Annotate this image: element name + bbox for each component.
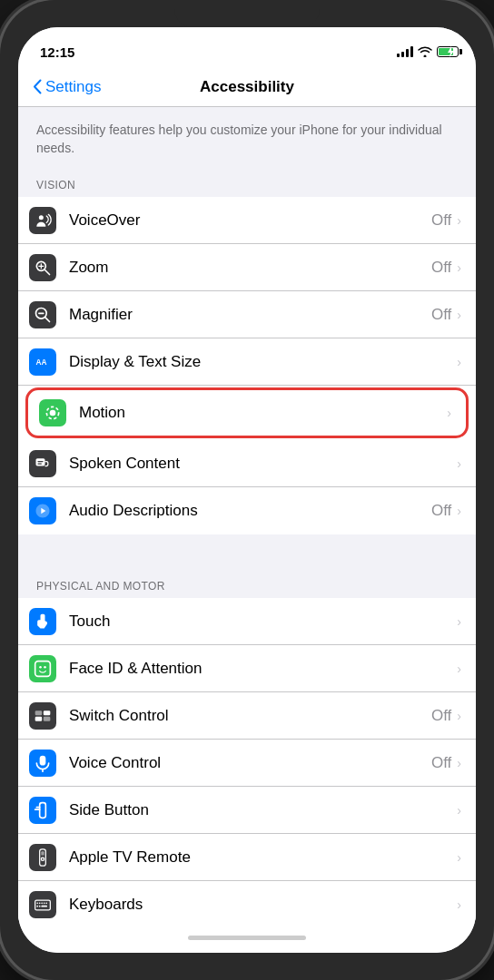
settings-item-touch[interactable]: Touch ›: [18, 598, 476, 645]
display-chevron: ›: [457, 355, 461, 369]
zoom-chevron: ›: [457, 260, 461, 275]
magnifier-value: Off: [431, 306, 451, 324]
settings-item-switch[interactable]: Switch Control Off ›: [18, 692, 476, 740]
svg-line-6: [45, 318, 50, 322]
keyboards-icon: [29, 891, 56, 918]
status-icons: [397, 46, 454, 57]
faceid-label: Face ID & Attention: [69, 660, 455, 678]
appletv-label: Apple TV Remote: [69, 848, 455, 867]
faceid-chevron: ›: [457, 662, 461, 676]
svg-line-2: [45, 270, 50, 274]
svg-text:AA: AA: [36, 358, 47, 367]
settings-item-magnifier[interactable]: Magnifier Off ›: [18, 291, 476, 338]
home-bar: [188, 936, 306, 940]
svg-rect-17: [35, 710, 43, 715]
display-label: Display & Text Size: [69, 353, 455, 371]
sidebutton-icon: [29, 797, 56, 824]
settings-item-voicecontrol[interactable]: Voice Control Off ›: [18, 740, 476, 787]
keyboards-label: Keyboards: [69, 896, 455, 914]
svg-rect-23: [40, 802, 46, 818]
home-indicator: [18, 922, 476, 953]
svg-point-9: [50, 410, 56, 416]
motion-label: Motion: [79, 404, 445, 422]
scroll-content[interactable]: Accessibility features help you customiz…: [18, 107, 476, 922]
switch-value: Off: [431, 707, 451, 725]
svg-rect-11: [36, 458, 45, 466]
voicecontrol-label: Voice Control: [69, 754, 431, 772]
settings-item-motion[interactable]: Motion ›: [25, 387, 469, 438]
physical-group: Touch › Face ID & Attention ›: [18, 598, 476, 922]
voiceover-chevron: ›: [457, 213, 461, 228]
settings-item-keyboards[interactable]: Keyboards ›: [18, 881, 476, 922]
section-header-physical: PHYSICAL AND MOTOR: [18, 567, 476, 598]
screen: 12:15: [18, 27, 476, 953]
zoom-label: Zoom: [69, 259, 431, 277]
settings-item-appletv[interactable]: Apple TV Remote ›: [18, 834, 476, 881]
back-label: Settings: [45, 78, 101, 96]
section-header-vision: VISION: [18, 166, 476, 197]
phone-frame: 12:15: [0, 0, 494, 980]
zoom-icon: [29, 254, 56, 281]
audio-value: Off: [431, 502, 451, 520]
magnifier-icon: [29, 301, 56, 328]
faceid-icon: [29, 655, 56, 682]
back-button[interactable]: Settings: [33, 78, 101, 96]
magnifier-label: Magnifier: [69, 306, 431, 324]
voiceover-value: Off: [431, 211, 451, 230]
section-separator-1: [18, 534, 476, 567]
touch-label: Touch: [69, 612, 455, 631]
svg-rect-14: [35, 661, 51, 676]
spoken-label: Spoken Content: [69, 455, 455, 473]
keyboards-chevron: ›: [457, 897, 461, 912]
audio-label: Audio Descriptions: [69, 502, 431, 520]
notch: [174, 0, 320, 27]
voicecontrol-chevron: ›: [457, 756, 461, 770]
settings-item-display[interactable]: AA Display & Text Size ›: [18, 338, 476, 386]
settings-item-zoom[interactable]: Zoom Off ›: [18, 244, 476, 291]
sidebutton-chevron: ›: [457, 803, 461, 818]
svg-rect-18: [44, 710, 51, 715]
chevron-left-icon: [33, 79, 42, 94]
audio-icon: [29, 497, 56, 524]
status-bar: 12:15: [18, 27, 476, 67]
sidebutton-label: Side Button: [69, 801, 455, 819]
touch-icon: [29, 608, 56, 635]
audio-chevron: ›: [457, 504, 461, 518]
svg-rect-28: [35, 900, 51, 910]
motion-chevron: ›: [447, 406, 451, 420]
svg-point-0: [39, 215, 44, 220]
appletv-chevron: ›: [457, 850, 461, 865]
svg-rect-21: [40, 755, 46, 765]
switch-label: Switch Control: [69, 707, 431, 725]
voiceover-icon: [29, 207, 56, 234]
status-time: 12:15: [40, 44, 74, 60]
magnifier-chevron: ›: [457, 308, 461, 322]
zoom-value: Off: [431, 259, 451, 277]
settings-item-spoken[interactable]: Spoken Content ›: [18, 440, 476, 487]
signal-bars-icon: [397, 46, 413, 57]
settings-item-faceid[interactable]: Face ID & Attention ›: [18, 645, 476, 692]
nav-bar: Settings Accessibility: [18, 67, 476, 107]
voiceover-label: VoiceOver: [69, 211, 431, 230]
voicecontrol-value: Off: [431, 754, 451, 772]
display-icon: AA: [29, 348, 56, 376]
settings-item-sidebutton[interactable]: Side Button ›: [18, 787, 476, 834]
description-text: Accessibility features help you customiz…: [18, 107, 476, 166]
settings-item-voiceover[interactable]: VoiceOver Off ›: [18, 197, 476, 244]
vision-group: VoiceOver Off › Zoom Off: [18, 197, 476, 534]
charging-icon: [447, 46, 454, 57]
switch-chevron: ›: [457, 709, 461, 723]
wifi-icon: [418, 46, 432, 57]
svg-rect-19: [35, 717, 43, 721]
svg-rect-20: [44, 717, 51, 721]
voicecontrol-icon: [29, 750, 56, 777]
switch-icon: [29, 702, 56, 730]
appletv-icon: [29, 844, 56, 871]
spoken-chevron: ›: [457, 456, 461, 471]
settings-item-audio[interactable]: Audio Descriptions Off ›: [18, 487, 476, 534]
nav-title: Accessibility: [200, 78, 294, 96]
spoken-icon: [29, 450, 56, 477]
svg-point-27: [43, 858, 44, 859]
svg-point-16: [44, 666, 46, 669]
svg-point-15: [39, 666, 42, 669]
